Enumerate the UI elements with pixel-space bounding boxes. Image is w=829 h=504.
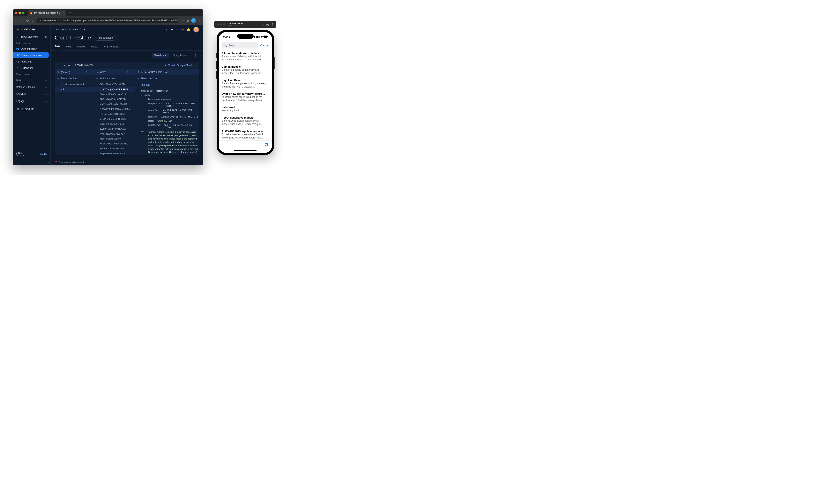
notifications-icon[interactable]: 🔔: [187, 28, 190, 31]
note-cell[interactable]: About generative modelsGenerative artifi…: [219, 114, 272, 128]
crumb-collection[interactable]: notes: [64, 64, 70, 67]
cancel-button[interactable]: Cancel: [260, 44, 269, 47]
close-window-icon[interactable]: [15, 12, 17, 14]
forward-icon[interactable]: →: [21, 19, 24, 23]
notes-list[interactable]: A lot of the code we write has to de…A s…: [219, 50, 272, 141]
col-menu-icon[interactable]: ⋮: [89, 71, 91, 74]
sparkle-icon[interactable]: ✦: [171, 28, 174, 31]
browser-tab[interactable]: 🔥 pfr-codelab-fvs-mobile-01 - ×: [28, 10, 66, 15]
tab-rules[interactable]: Rules: [65, 43, 72, 50]
add-field-button[interactable]: + Add field: [135, 82, 199, 88]
document-row[interactable]: li5gqJcNtHeQmJyLkpea: [94, 121, 135, 127]
sim-maximize-icon[interactable]: [223, 24, 225, 26]
row-menu-icon[interactable]: ⋮: [100, 88, 102, 91]
sidebar-item-extensions[interactable]: ✦Extensions: [13, 65, 49, 71]
news-icon[interactable]: ▭: [181, 28, 184, 31]
theme-toggle-icon[interactable]: ☼: [165, 28, 168, 31]
profile-avatar-icon[interactable]: [191, 18, 196, 23]
document-row[interactable]: ⋮6ZDaUg9t4VO5lbPREAIL›: [94, 87, 135, 92]
modify-plan-link[interactable]: Modify: [40, 153, 47, 155]
sim-home-icon[interactable]: ⌂: [262, 23, 264, 26]
maximize-window-icon[interactable]: [22, 12, 25, 14]
document-row[interactable]: w5z7CXDqGAeuuKOe1MuJ: [94, 141, 135, 146]
search-input[interactable]: 🔍 Search: [221, 42, 258, 48]
document-id: li5gqJcNtHeQmJyLkpea: [100, 123, 132, 125]
start-collection-button-2[interactable]: + Start collection: [135, 75, 199, 82]
col-menu-icon[interactable]: ⋮: [194, 71, 196, 74]
more-in-cloud-link[interactable]: ☁ More in Google Cloud: [164, 64, 192, 67]
start-collection-button[interactable]: + Start collection: [55, 75, 94, 82]
note-cell[interactable]: Hey! I am PeterI'm a software engineer, …: [219, 77, 272, 91]
tab-data[interactable]: Data: [55, 43, 61, 50]
document-row[interactable]: wHaeorE0CIedtWaCIBMr: [94, 146, 135, 151]
sim-close-icon[interactable]: [217, 24, 219, 26]
document-row[interactable]: y26jksfYBSd83Rv30sWY: [94, 151, 135, 155]
sidebar-item-authentication[interactable]: 👥Authentication: [13, 46, 49, 52]
compose-button[interactable]: [264, 143, 269, 147]
panel-view-button[interactable]: Panel view: [152, 52, 169, 58]
field-status-key[interactable]: status: [144, 94, 150, 96]
document-row[interactable]: 243ee9h6kpv7Zzdxdo9D: [94, 82, 135, 87]
project-selector[interactable]: pfr-codelab-fvs-mobile-01 ▾: [55, 28, 85, 31]
tab-indexes[interactable]: Indexes: [77, 43, 86, 50]
collapse-sidebar-button[interactable]: ‹: [13, 159, 50, 165]
category-engage[interactable]: Engage⌄: [13, 98, 50, 105]
document-row[interactable]: EB2Yh9xw1S6ecCBlC7Ae: [94, 97, 135, 102]
browser-menu-icon[interactable]: ⋮: [198, 19, 201, 22]
document-row[interactable]: MI4YKm6Olapw7aLWVyDZ: [94, 102, 135, 107]
project-overview-link[interactable]: ⌂ Project Overview ⚙: [13, 34, 50, 40]
home-indicator[interactable]: [219, 149, 272, 153]
category-build[interactable]: Build⌄: [13, 77, 50, 84]
firebase-logo[interactable]: ▲ Firebase: [13, 25, 50, 34]
document-row[interactable]: OSGYXPF4F2K6NWmS3Rbh: [94, 107, 135, 112]
user-avatar-icon[interactable]: [193, 27, 199, 32]
sidebar-item-functions[interactable]: (·)Functions: [13, 58, 49, 65]
close-tab-icon[interactable]: ×: [63, 11, 64, 14]
home-crumb-icon[interactable]: ⌂: [58, 64, 59, 67]
document-row[interactable]: qWzv0FyKTqYl0wR8YaCc: [94, 127, 135, 131]
tab-overflow-icon[interactable]: ⋮: [198, 11, 202, 14]
bookmark-icon[interactable]: ☆: [181, 19, 184, 22]
help-icon[interactable]: ?: [176, 28, 178, 31]
collection-row[interactable]: _firestore-vector-search: [55, 82, 94, 87]
note-cell[interactable]: Swift's new concurrency features…As Doug…: [219, 91, 272, 104]
document-row[interactable]: OUJsdQa6vLV4T8IqR6ak: [94, 112, 135, 116]
category-release-monitor[interactable]: Release & Monitor⌄: [13, 84, 50, 91]
panel-expand-icon[interactable]: ⌄: [194, 64, 196, 67]
field-nested-key[interactable]: firestore-vector-search: [148, 98, 171, 101]
more-options-icon[interactable]: ⋮: [192, 52, 199, 58]
filter-icon[interactable]: ≡: [86, 71, 87, 74]
project-settings-icon[interactable]: ⚙: [45, 36, 47, 38]
site-settings-icon[interactable]: ⚙: [39, 19, 41, 22]
extensions-icon[interactable]: ⊞: [186, 19, 189, 22]
sim-share-icon[interactable]: ⇪: [271, 23, 274, 26]
back-icon[interactable]: ←: [15, 19, 18, 23]
tab-usage[interactable]: Usage: [91, 43, 99, 50]
note-cell[interactable]: At WWDC 2019, Apple announced…To make it…: [219, 128, 272, 141]
note-cell[interactable]: Hello WorldHow is it going?›: [219, 104, 272, 114]
document-row[interactable]: CMucncMB0a6mtHuoD2ji: [94, 92, 135, 97]
minimize-window-icon[interactable]: [19, 12, 21, 14]
note-cell[interactable]: A lot of the code we write has to de…A s…: [219, 50, 272, 63]
category-analytics[interactable]: Analytics⌄: [13, 91, 50, 98]
col-menu-icon[interactable]: ⋮: [130, 71, 132, 74]
crumb-document[interactable]: 6ZDaUg9t4VO5l.: [75, 64, 94, 67]
home-icon[interactable]: ⌂: [31, 19, 34, 23]
all-products-link[interactable]: ▦ All products: [13, 106, 49, 112]
address-field[interactable]: ⚙ console.firebase.google.com/project/pf…: [36, 18, 178, 23]
document-row[interactable]: tVKnHcjvwlnhOoe09VB3: [94, 131, 135, 136]
add-database-button[interactable]: Add database: [95, 35, 116, 41]
document-row[interactable]: vzsrfrTsa6thBSpapN6l: [94, 136, 135, 141]
tab-extensions[interactable]: ✦Extensions: [103, 43, 119, 50]
document-row[interactable]: kbJJPFafXmb5utuCFWOx: [94, 116, 135, 121]
sim-screenshot-icon[interactable]: ▣: [266, 23, 269, 26]
sidebar-item-firestore-database[interactable]: ≋Firestore Database: [13, 52, 49, 58]
new-tab-button[interactable]: +: [69, 11, 71, 15]
note-cell[interactable]: Gemini modelsGemini is a family of gener…: [219, 63, 272, 77]
add-document-button[interactable]: + Add document: [94, 75, 135, 82]
collection-row[interactable]: notes›: [55, 87, 94, 92]
query-builder-button[interactable]: Query builder: [170, 52, 190, 58]
reload-icon[interactable]: ⟳: [26, 19, 29, 23]
sim-minimize-icon[interactable]: [220, 24, 222, 26]
filter-icon[interactable]: ≡: [127, 71, 128, 74]
